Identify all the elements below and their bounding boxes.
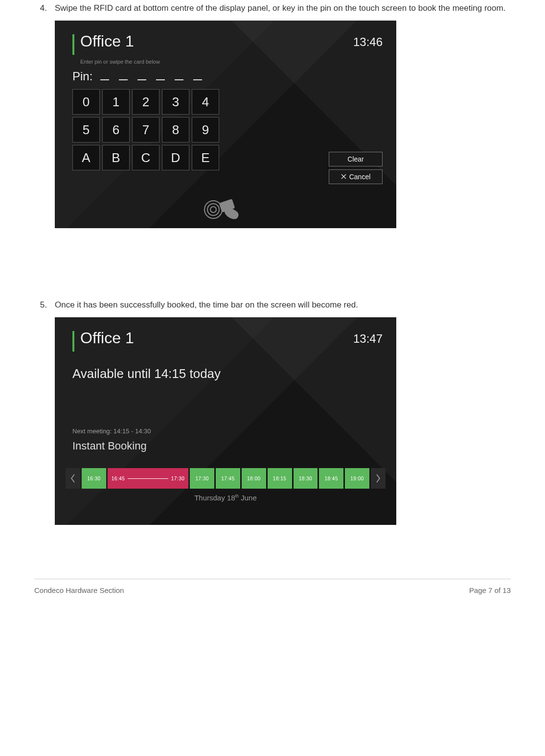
time-slot[interactable]: 18:45 xyxy=(319,468,343,489)
keypad: 0 1 2 3 4 5 6 7 8 9 A B C D E xyxy=(72,89,219,170)
prev-arrow-button[interactable] xyxy=(66,468,80,489)
screenshot-pin-entry: Office 1 13:46 Enter pin or swipe the ca… xyxy=(55,21,396,228)
time-slot[interactable]: 18:00 xyxy=(242,468,266,489)
room-title: Office 1 xyxy=(80,32,134,50)
availability-text: Available until 14:15 today xyxy=(72,366,221,381)
footer-section: Condeco Hardware Section xyxy=(34,586,124,594)
footer-page: Page 7 of 13 xyxy=(469,586,511,594)
step-number: 5. xyxy=(34,297,55,313)
rfid-swipe-icon xyxy=(204,195,248,219)
status-indicator-bar xyxy=(72,34,74,55)
time-slot-booking[interactable]: 16:45 17:30 xyxy=(108,468,188,489)
room-title: Office 1 xyxy=(80,329,134,347)
date-line: Thursday 18th June xyxy=(55,494,396,502)
side-buttons: Clear Cancel xyxy=(329,152,383,184)
key-2[interactable]: 2 xyxy=(132,89,159,115)
pin-slot xyxy=(137,79,146,80)
step-number: 4. xyxy=(34,0,55,17)
next-meeting-text: Next meeting: 14:15 - 14:30 xyxy=(72,427,151,435)
key-3[interactable]: 3 xyxy=(162,89,189,115)
key-5[interactable]: 5 xyxy=(72,117,100,142)
close-icon xyxy=(341,173,346,181)
date-month: June xyxy=(239,494,257,502)
key-a[interactable]: A xyxy=(72,145,100,170)
key-c[interactable]: C xyxy=(132,145,159,170)
key-1[interactable]: 1 xyxy=(102,89,130,115)
cancel-label: Cancel xyxy=(349,173,371,181)
booking-start: 16:45 xyxy=(112,476,125,481)
time-slot[interactable]: 17:30 xyxy=(190,468,214,489)
time-slot[interactable]: 18:15 xyxy=(268,468,292,489)
pin-row: Pin: xyxy=(72,70,202,83)
time-slot[interactable]: 18:30 xyxy=(294,468,318,489)
pin-slot xyxy=(193,79,202,80)
date-ordinal: th xyxy=(235,494,239,498)
key-d[interactable]: D xyxy=(162,145,189,170)
key-6[interactable]: 6 xyxy=(102,117,130,142)
key-9[interactable]: 9 xyxy=(192,117,219,142)
pin-label: Pin: xyxy=(72,70,92,83)
pin-slot xyxy=(156,79,165,80)
pin-slot xyxy=(175,79,183,80)
next-arrow-button[interactable] xyxy=(371,468,386,489)
time-bar: 16:30 16:45 17:30 17:30 17:45 18:00 18:1… xyxy=(66,468,386,489)
instant-booking-label: Instant Booking xyxy=(72,440,147,452)
key-7[interactable]: 7 xyxy=(132,117,159,142)
step-text: Swipe the RFID card at bottom centre of … xyxy=(55,0,511,17)
clock: 13:47 xyxy=(353,332,383,346)
status-indicator-bar xyxy=(72,331,74,352)
key-e[interactable]: E xyxy=(192,145,219,170)
key-0[interactable]: 0 xyxy=(72,89,100,115)
time-slot[interactable]: 16:30 xyxy=(82,468,106,489)
clock: 13:46 xyxy=(353,35,383,49)
key-b[interactable]: B xyxy=(102,145,130,170)
svg-point-0 xyxy=(210,207,216,213)
step-4: 4. Swipe the RFID card at bottom centre … xyxy=(34,0,511,17)
clear-label: Clear xyxy=(347,155,363,163)
pin-slot xyxy=(119,79,128,80)
key-4[interactable]: 4 xyxy=(192,89,219,115)
pin-slot xyxy=(100,79,109,80)
booking-range-line xyxy=(128,478,168,479)
step-text: Once it has been successfully booked, th… xyxy=(55,297,511,313)
pin-slots xyxy=(100,79,202,80)
clear-button[interactable]: Clear xyxy=(329,152,383,166)
cancel-button[interactable]: Cancel xyxy=(329,169,383,184)
time-slot[interactable]: 19:00 xyxy=(345,468,369,489)
key-8[interactable]: 8 xyxy=(162,117,189,142)
step-5: 5. Once it has been successfully booked,… xyxy=(34,297,511,313)
booking-end: 17:30 xyxy=(171,476,185,481)
svg-point-1 xyxy=(207,204,219,215)
page-footer: Condeco Hardware Section Page 7 of 13 xyxy=(34,579,511,594)
date-day: Thursday 18 xyxy=(194,494,235,502)
time-slot[interactable]: 17:45 xyxy=(216,468,240,489)
screenshot-booked-state: Office 1 13:47 Available until 14:15 tod… xyxy=(55,317,396,525)
hint-text: Enter pin or swipe the card below xyxy=(80,59,160,65)
